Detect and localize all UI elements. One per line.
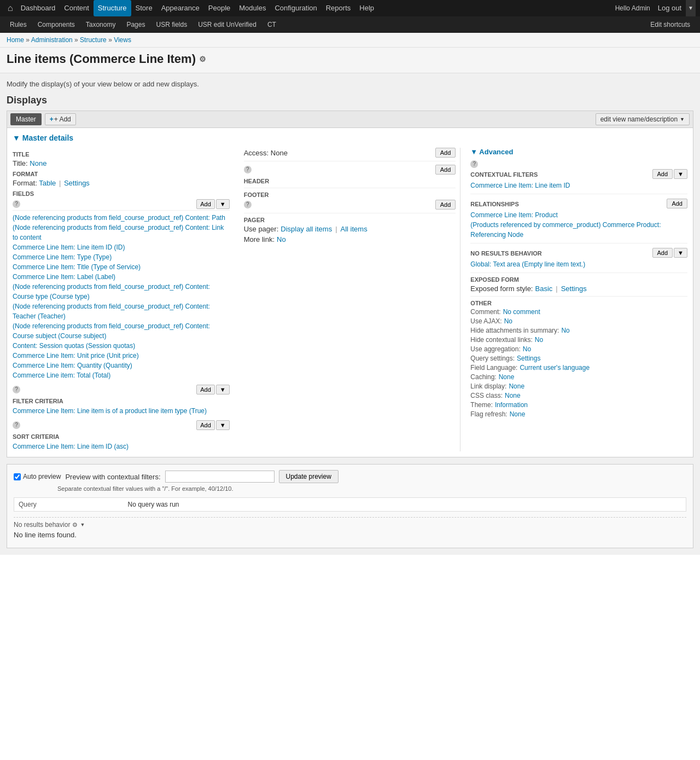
other-hide-contextual-value[interactable]: No [535, 336, 543, 344]
exposed-form-basic-link[interactable]: Basic [535, 285, 552, 293]
nav-configuration[interactable]: Configuration [270, 0, 321, 16]
breadcrumb-home[interactable]: Home [7, 36, 24, 44]
query-label: Query [14, 498, 124, 512]
no-results-gear-icon[interactable]: ⚙ [72, 521, 78, 529]
contextual-add-button[interactable]: Add [652, 169, 673, 179]
contextual-add-dropdown[interactable]: ▼ [674, 169, 687, 179]
access-add-button[interactable]: Add [435, 148, 456, 158]
secondnav-usr-edit[interactable]: USR edit UnVerified [192, 16, 262, 33]
field-item[interactable]: Commerce Line Item: Line item ID (ID) [13, 242, 230, 252]
relationship-item[interactable]: (Products referenced by commerce_product… [470, 220, 687, 240]
sort-add-button[interactable]: Add [196, 420, 215, 430]
update-preview-button[interactable]: Update preview [279, 470, 339, 483]
other-ajax-value[interactable]: No [504, 317, 512, 325]
field-item[interactable]: Commerce Line Item: Quantity (Quantity) [13, 361, 230, 370]
breadcrumb-structure[interactable]: Structure [80, 36, 107, 44]
edit-shortcuts-link[interactable]: Edit shortcuts [645, 16, 696, 33]
field-item[interactable]: (Node referencing products from field_co… [13, 213, 230, 223]
sort-add-dropdown[interactable]: ▼ [216, 420, 230, 430]
nav-people[interactable]: People [204, 0, 235, 16]
field-item[interactable]: Commerce Line Item: Title (Type of Servi… [13, 262, 230, 272]
secondnav-ct[interactable]: CT [262, 16, 282, 33]
other-field-language-value[interactable]: Current user's language [520, 364, 590, 372]
other-caching-value[interactable]: None [499, 373, 515, 381]
secondnav-components[interactable]: Components [32, 16, 80, 33]
edit-view-button[interactable]: edit view name/description ▼ [596, 113, 690, 125]
field-item[interactable]: Commerce Line Item: Unit price (Unit pri… [13, 351, 230, 361]
no-results-item[interactable]: Global: Text area (Empty line item text.… [470, 259, 687, 269]
add-display-button[interactable]: + + Add [45, 113, 76, 125]
footer-help-icon[interactable]: ? [244, 201, 252, 208]
gear-icon[interactable]: ⚙ [199, 55, 206, 63]
field-item[interactable]: Commerce Line Item: Label (Label) [13, 272, 230, 282]
filter-help-icon[interactable]: ? [13, 386, 20, 393]
nav-dashboard[interactable]: Dashboard [16, 0, 60, 16]
field-item[interactable]: (Node referencing products from field_co… [13, 282, 230, 301]
header-add-button[interactable]: Add [435, 165, 456, 175]
no-results-add-dropdown[interactable]: ▼ [674, 248, 687, 258]
filter-add-button[interactable]: Add [196, 385, 215, 394]
format-settings-link[interactable]: Settings [64, 179, 90, 187]
nav-store[interactable]: Store [131, 0, 157, 16]
display-all-items-link[interactable]: Display all items [281, 225, 332, 233]
title-none-link[interactable]: None [30, 159, 46, 167]
format-table-link[interactable]: Table [39, 179, 56, 187]
nav-reports[interactable]: Reports [322, 0, 355, 16]
master-tab-button[interactable]: Master [10, 113, 42, 125]
other-aggregation-value[interactable]: No [523, 345, 531, 353]
field-item[interactable]: Commerce Line item: Total (Total) [13, 370, 230, 380]
field-item[interactable]: Commerce Line Item: Type (Type) [13, 252, 230, 262]
nav-content[interactable]: Content [60, 0, 94, 16]
no-results-dropdown-icon[interactable]: ▼ [80, 522, 85, 527]
header-row: ? Add [244, 165, 456, 175]
footer-add-button[interactable]: Add [435, 200, 456, 210]
other-theme-value[interactable]: Information [495, 401, 528, 409]
other-comment-value[interactable]: No comment [503, 308, 540, 316]
secondnav-pages[interactable]: Pages [121, 16, 150, 33]
nav-structure[interactable]: Structure [94, 0, 131, 16]
other-flag-refresh-value[interactable]: None [510, 410, 526, 418]
home-icon[interactable]: ⌂ [4, 0, 16, 16]
logout-link[interactable]: Log out [654, 0, 686, 16]
breadcrumb-views[interactable]: Views [114, 36, 131, 44]
other-link-display-value[interactable]: None [509, 382, 524, 390]
secondnav-taxonomy[interactable]: Taxonomy [80, 16, 121, 33]
dropdown-arrow[interactable]: ▼ [686, 0, 696, 16]
sort-item[interactable]: Commerce Line Item: Line item ID (asc) [13, 442, 230, 451]
all-items-link[interactable]: All items [341, 225, 368, 233]
exposed-form-settings-link[interactable]: Settings [561, 285, 587, 293]
title-label: TITLE [13, 151, 230, 158]
nav-modules[interactable]: Modules [235, 0, 270, 16]
field-item[interactable]: Content: Session quotas (Session quotas) [13, 341, 230, 351]
contextual-filters-input[interactable] [165, 471, 275, 483]
advanced-section-title[interactable]: ▼ Advanced [470, 148, 687, 156]
secondnav-rules[interactable]: Rules [4, 16, 32, 33]
other-css-class-value[interactable]: None [505, 392, 521, 399]
nav-appearance[interactable]: Appearance [157, 0, 204, 16]
contextual-help-icon[interactable]: ? [470, 160, 478, 168]
filter-add-dropdown[interactable]: ▼ [216, 385, 230, 394]
nav-help[interactable]: Help [355, 0, 378, 16]
header-help-icon[interactable]: ? [244, 166, 252, 173]
secondnav-usr-fields[interactable]: USR fields [150, 16, 192, 33]
no-results-section: No results behavior ⚙ ▼ No line items fo… [14, 517, 686, 542]
fields-add-button[interactable]: Add [196, 199, 215, 209]
access-value-link[interactable]: None [271, 149, 288, 157]
relationships-add-button[interactable]: Add [667, 199, 687, 208]
more-link-value[interactable]: No [277, 235, 286, 243]
no-results-add-button[interactable]: Add [652, 248, 673, 258]
field-item[interactable]: (Node referencing products from field_co… [13, 223, 230, 242]
filter-item[interactable]: Commerce Line Item: Line item is of a pr… [13, 406, 230, 416]
fields-add-dropdown[interactable]: ▼ [216, 199, 230, 209]
field-item[interactable]: (Node referencing products from field_co… [13, 301, 230, 321]
query-value: No query was run [124, 498, 686, 512]
contextual-filter-item[interactable]: Commerce Line Item: Line item ID [470, 181, 687, 190]
sort-help-icon[interactable]: ? [13, 421, 20, 429]
other-query-settings-value[interactable]: Settings [517, 355, 540, 362]
field-item[interactable]: (Node referencing products from field_co… [13, 321, 230, 341]
other-hide-attach-value[interactable]: No [561, 327, 569, 334]
breadcrumb-admin[interactable]: Administration [31, 36, 73, 44]
relationship-item[interactable]: Commerce Line Item: Product [470, 210, 687, 220]
auto-preview-checkbox[interactable] [14, 473, 21, 480]
fields-help-icon[interactable]: ? [13, 200, 20, 208]
